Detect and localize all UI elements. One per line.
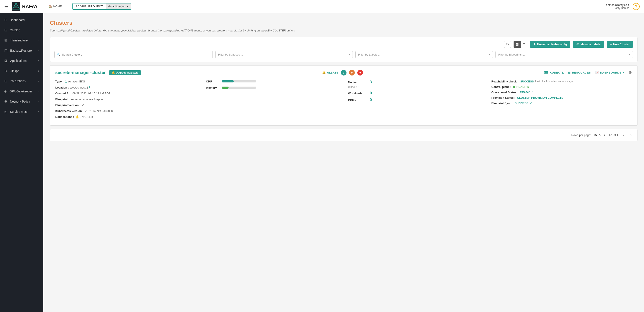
- dashboards-link[interactable]: 📈 DASHBOARDS ▾: [595, 71, 624, 74]
- sidebar-label-gitops: GitOps: [10, 69, 36, 73]
- applications-icon: ◪: [4, 59, 8, 63]
- detail-col-info: Type : ⬡ Amazon EKS Location : aws/us-we…: [55, 80, 200, 121]
- sidebar-item-catalog[interactable]: ⊡ Catalog: [0, 25, 43, 35]
- upgrade-icon: 🔔: [112, 71, 115, 74]
- detail-location: Location : aws/us-west-2 ℹ: [55, 86, 196, 89]
- status-control-plane: Control plane : HEALTHY: [491, 85, 628, 89]
- alert-badge-orange: 0: [349, 70, 355, 76]
- sidebar-label-integrations: Integrations: [10, 79, 36, 83]
- home-icon: 🏠: [48, 5, 52, 8]
- sidebar-item-backup-restore[interactable]: ◫ Backup/Restore ›: [0, 45, 43, 56]
- toolbar-top: ↻ ⊟ ≡ ⬇ Download Kubeconfig: [54, 41, 633, 48]
- logo[interactable]: RAFAY: [12, 2, 38, 11]
- filter-statuses-dropdown[interactable]: Filter by Statuses ... ▾: [215, 51, 353, 58]
- integrations-arrow-icon: ›: [38, 80, 39, 83]
- sidebar-item-dashboard[interactable]: ⊞ Dashboard: [0, 15, 43, 25]
- user-dropdown-icon: ▾: [628, 4, 629, 6]
- sidebar-item-infrastructure[interactable]: ⊟ Infrastructure ›: [0, 35, 43, 45]
- page-description: Your configured Clusters are listed belo…: [50, 29, 638, 33]
- resources-link[interactable]: ⊟ RESOURCES: [568, 71, 591, 74]
- memory-label: Memory: [206, 86, 219, 89]
- status-blueprint-sync: Blueprint Sync : SUCCESS ↗: [491, 102, 628, 105]
- sidebar-item-network-policy[interactable]: ◉ Network Policy ›: [0, 96, 43, 107]
- home-link[interactable]: 🏠 HOME: [48, 5, 62, 8]
- search-input[interactable]: [54, 51, 213, 58]
- blueprint-sync-value: SUCCESS: [515, 102, 528, 105]
- provision-label: Provision Status :: [491, 96, 516, 99]
- status-operational: Operational Status : READY ↗: [491, 91, 628, 94]
- filter-labels-arrow-icon: ▾: [489, 53, 490, 56]
- search-box: 🔍: [54, 51, 213, 58]
- label-icon: 🏷: [576, 43, 579, 46]
- operational-ext-link-icon[interactable]: ↗: [531, 91, 533, 94]
- cpu-label: CPU: [206, 80, 219, 83]
- network-policy-arrow-icon: ›: [38, 100, 39, 103]
- workloads-label: Workloads: [348, 92, 365, 95]
- stats-col: Nodes 3 Worker: 3 Workloads 0 GPUs 0: [344, 80, 488, 121]
- filter-blueprints-arrow-icon: ▾: [629, 53, 630, 56]
- sidebar-label-applications: Applications: [10, 59, 36, 63]
- rows-per-page-select[interactable]: 25 50 100: [593, 133, 602, 137]
- filter-blueprints-dropdown[interactable]: Filter by Blueprints ... ▾: [496, 51, 633, 58]
- rows-per-page: Rows per page: 25 50 100 ▾: [571, 133, 605, 137]
- toolbar-filters: 🔍 Filter by Statuses ... ▾ Filter by Lab…: [54, 51, 633, 58]
- alert-badge-blue: 0: [341, 70, 346, 76]
- gitops-arrow-icon: ›: [38, 69, 39, 73]
- kubectl-link[interactable]: ⌨ KUBECTL: [544, 71, 564, 74]
- cluster-settings-button[interactable]: ⚙: [628, 70, 632, 75]
- page-title: Clusters: [50, 20, 638, 26]
- help-button[interactable]: ?: [633, 3, 640, 10]
- resource-col: CPU Memory: [200, 80, 344, 121]
- scope-selector[interactable]: SCOPE: PROJECT defaultproject ▾: [72, 3, 131, 10]
- location-value: aws/us-west-2 ℹ: [70, 86, 90, 89]
- detail-blueprint: Blueprint : secrets-manager-blueprint: [55, 98, 196, 101]
- download-kubeconfig-button[interactable]: ⬇ Download Kubeconfig: [530, 41, 570, 48]
- prev-page-button[interactable]: ‹: [622, 132, 626, 138]
- manage-labels-label: Manage Labels: [580, 43, 601, 46]
- kubectl-icon: ⌨: [544, 71, 548, 74]
- cluster-header-center: 🔔 ALERTS 0 0 0: [322, 70, 363, 76]
- dashboards-arrow-icon: ▾: [622, 71, 624, 74]
- network-policy-icon: ◉: [4, 99, 7, 104]
- dashboard-icon: ⊞: [4, 18, 7, 22]
- scope-value[interactable]: defaultproject ▾: [106, 4, 131, 9]
- notifications-value: 🔔 ENABLED: [76, 115, 93, 118]
- user-text: demos@rafay.co ▾ Rafay Demos: [606, 3, 630, 10]
- upgrade-available-badge[interactable]: 🔔 Upgrade Available: [109, 70, 141, 75]
- refresh-icon: ↻: [506, 42, 509, 47]
- plus-icon: +: [610, 43, 612, 46]
- cluster-details: Type : ⬡ Amazon EKS Location : aws/us-we…: [55, 80, 632, 121]
- card-view-icon: ⊟: [516, 43, 519, 46]
- service-mesh-arrow-icon: ›: [38, 110, 39, 113]
- list-view-button[interactable]: ≡: [521, 41, 527, 48]
- sidebar-item-service-mesh[interactable]: ◎ Service Mesh ›: [0, 107, 43, 117]
- next-page-button[interactable]: ›: [629, 132, 633, 138]
- home-label: HOME: [53, 5, 62, 8]
- detail-blueprint-version: Blueprint Version : v1: [55, 104, 196, 107]
- user-info[interactable]: demos@rafay.co ▾ Rafay Demos: [606, 3, 630, 10]
- sidebar-item-gitops[interactable]: ⊕ GitOps ›: [0, 66, 43, 76]
- dashboards-icon: 📈: [595, 71, 599, 74]
- health-dot-icon: [513, 86, 515, 88]
- filter-statuses-label: Filter by Statuses ...: [218, 53, 243, 56]
- new-cluster-button[interactable]: + New Cluster: [607, 41, 633, 48]
- refresh-button[interactable]: ↻: [504, 41, 511, 48]
- blueprint-sync-label: Blueprint Sync :: [491, 102, 513, 105]
- memory-progress-bar: [222, 87, 256, 89]
- upgrade-label: Upgrade Available: [116, 71, 138, 74]
- dashboards-label: DASHBOARDS: [600, 71, 621, 74]
- hamburger-menu[interactable]: ☰: [4, 4, 8, 9]
- sidebar-item-opa-gatekeeper[interactable]: ◈ OPA Gatekeeper ›: [0, 86, 43, 96]
- gpus-value: 0: [370, 98, 372, 102]
- manage-labels-button[interactable]: 🏷 Manage Labels: [573, 41, 604, 48]
- kubectl-label: KUBECTL: [550, 71, 564, 74]
- filter-labels-dropdown[interactable]: Filter by Labels ... ▾: [356, 51, 493, 58]
- scope-type: PROJECT: [88, 5, 103, 8]
- card-view-button[interactable]: ⊟: [514, 41, 521, 48]
- alerts-link[interactable]: 🔔 ALERTS: [322, 71, 338, 74]
- status-reachability: Reachability check : SUCCESS Last check-…: [491, 80, 628, 83]
- blueprint-sync-ext-link-icon[interactable]: ↗: [530, 102, 532, 105]
- sidebar-item-applications[interactable]: ◪ Applications ›: [0, 56, 43, 66]
- sidebar-item-integrations[interactable]: ⊞ Integrations ›: [0, 76, 43, 86]
- cluster-name[interactable]: secrets-manager-cluster: [55, 70, 106, 75]
